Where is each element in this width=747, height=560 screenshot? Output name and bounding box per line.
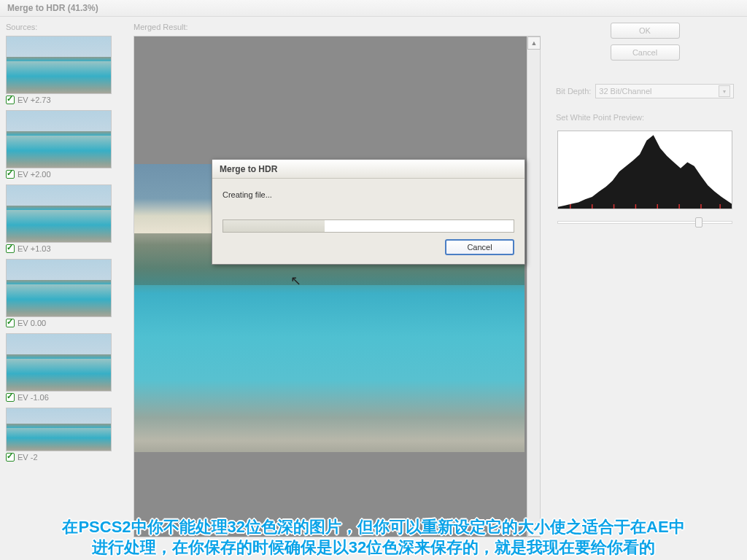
source-thumb[interactable]: EV +1.03 [6, 184, 119, 256]
ok-button[interactable]: OK [611, 23, 680, 39]
cancel-button[interactable]: Cancel [611, 44, 680, 61]
white-point-label: Set White Point Preview: [556, 113, 734, 122]
bit-depth-label: Bit Depth: [556, 87, 591, 96]
window-title: Merge to HDR (41.3%) [7, 3, 98, 13]
sources-label: Sources: [6, 23, 122, 31]
histogram [557, 131, 732, 209]
thumb-ev: EV +1.03 [18, 244, 51, 253]
thumb-checkbox[interactable] [6, 319, 15, 327]
thumb-ev: EV 0.00 [18, 319, 46, 327]
thumb-ev: EV -2 [18, 453, 38, 462]
thumb-checkbox[interactable] [6, 244, 15, 253]
source-thumb[interactable]: EV +2.00 [6, 110, 119, 182]
thumb-image [6, 408, 112, 451]
workarea: Sources: EV +2.73 EV +2.00 EV +1.03 EV 0… [0, 17, 747, 560]
bit-depth-value: 32 Bit/Channel [599, 87, 651, 96]
dialog-title: Merge to HDR [212, 160, 525, 179]
sources-list: EV +2.73 EV +2.00 EV +1.03 EV 0.00 EV -1… [6, 36, 122, 546]
slider-thumb[interactable] [695, 217, 703, 228]
thumb-checkbox[interactable] [6, 96, 15, 104]
thumb-checkbox[interactable] [6, 453, 15, 462]
source-thumb[interactable]: EV 0.00 [6, 259, 119, 330]
thumb-image [6, 259, 112, 317]
thumb-checkbox[interactable] [6, 170, 15, 179]
merged-preview: ▲ ▼ [133, 36, 541, 537]
bit-depth-select[interactable]: 32 Bit/Channel ▾ [595, 84, 734, 98]
thumb-image [6, 333, 112, 392]
thumb-ev: EV +2.73 [18, 96, 51, 104]
histogram-svg [558, 131, 732, 209]
thumb-ev: EV +2.00 [18, 170, 51, 179]
chevron-down-icon[interactable]: ▾ [719, 85, 730, 97]
progress-dialog: Merge to HDR Creating file... Cancel [212, 159, 525, 265]
window-titlebar: Merge to HDR (41.3%) [0, 0, 747, 17]
source-thumb[interactable]: EV -1.06 [6, 333, 119, 405]
sources-panel: Sources: EV +2.73 EV +2.00 EV +1.03 EV 0… [0, 17, 128, 560]
progress-bar [222, 219, 514, 233]
thumb-image [6, 110, 112, 168]
thumb-image [6, 36, 112, 94]
white-point-slider[interactable] [557, 221, 732, 224]
scroll-up-icon[interactable]: ▲ [527, 36, 541, 50]
thumb-ev: EV -1.06 [18, 393, 49, 402]
thumb-checkbox[interactable] [6, 393, 15, 402]
vertical-scrollbar[interactable]: ▲ ▼ [527, 36, 540, 537]
dialog-status: Creating file... [212, 179, 525, 199]
merged-label: Merged Result: [133, 23, 544, 31]
dialog-cancel-button[interactable]: Cancel [445, 239, 514, 255]
merged-panel: Merged Result: ▲ ▼ [128, 17, 550, 560]
scroll-down-icon[interactable]: ▼ [527, 524, 541, 537]
thumb-image [6, 184, 112, 243]
source-thumb[interactable]: EV -2 [6, 408, 119, 464]
source-thumb[interactable]: EV +2.73 [6, 36, 119, 107]
controls-panel: OK Cancel Bit Depth: 32 Bit/Channel ▾ Se… [550, 17, 747, 560]
progress-fill [223, 220, 325, 232]
